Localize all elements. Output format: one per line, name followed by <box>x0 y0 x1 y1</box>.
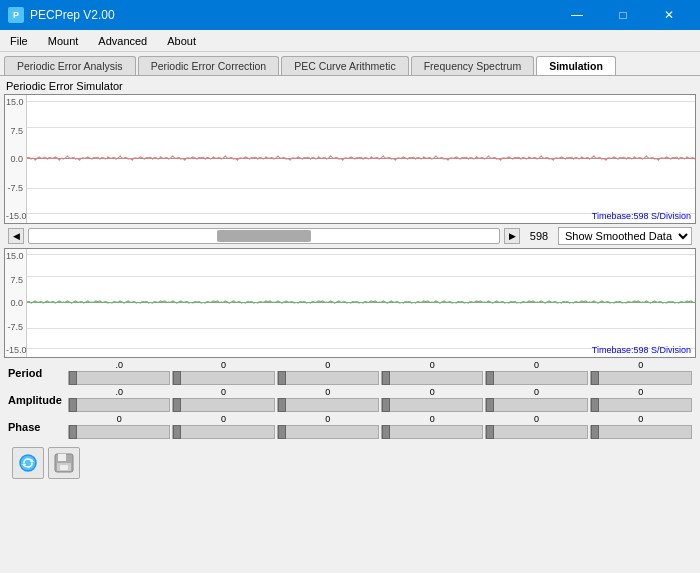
scroll-left-btn[interactable]: ◀ <box>8 228 24 244</box>
refresh-button[interactable] <box>12 447 44 479</box>
bottom-chart-plot: Timebase:598 S/Division <box>27 249 695 357</box>
save-icon <box>53 452 75 474</box>
phase-val-6: 0 <box>638 414 643 424</box>
period-input-6[interactable] <box>590 371 692 385</box>
period-val-3: 0 <box>325 360 330 370</box>
amplitude-slider-4: 0 <box>381 387 483 412</box>
amplitude-slider-2: 0 <box>172 387 274 412</box>
refresh-icon <box>17 452 39 474</box>
phase-input-5[interactable] <box>485 425 587 439</box>
phase-slider-4: 0 <box>381 414 483 439</box>
main-content: Periodic Error Simulator 15.0 7.5 0.0 -7… <box>0 76 700 567</box>
period-slider-1: .0 <box>68 360 170 385</box>
bottom-chart-y-axis: 15.0 7.5 0.0 -7.5 -15.0 <box>5 249 27 357</box>
tab-simulation[interactable]: Simulation <box>536 56 616 75</box>
period-input-2[interactable] <box>172 371 274 385</box>
period-input-3[interactable] <box>277 371 379 385</box>
bottom-timebase-label: Timebase:598 S/Division <box>592 345 691 355</box>
amplitude-input-4[interactable] <box>381 398 483 412</box>
by-label-top: 15.0 <box>6 251 25 261</box>
period-input-5[interactable] <box>485 371 587 385</box>
smooth-select[interactable]: Show Smoothed Data <box>558 227 692 245</box>
period-slider-group: .0 0 0 0 0 <box>68 360 692 385</box>
window-controls: — □ ✕ <box>554 0 692 30</box>
by-label-mid-upper: 7.5 <box>6 275 25 285</box>
phase-input-6[interactable] <box>590 425 692 439</box>
period-slider-2: 0 <box>172 360 274 385</box>
amplitude-val-3: 0 <box>325 387 330 397</box>
amplitude-slider-group: .0 0 0 0 0 <box>68 387 692 412</box>
close-button[interactable]: ✕ <box>646 0 692 30</box>
bottom-chart: 15.0 7.5 0.0 -7.5 -15.0 Timebase:598 S/D… <box>4 248 696 358</box>
svg-point-0 <box>20 455 36 471</box>
amplitude-label: Amplitude <box>8 394 68 406</box>
amplitude-input-5[interactable] <box>485 398 587 412</box>
app-icon: P <box>8 7 24 23</box>
maximize-button[interactable]: □ <box>600 0 646 30</box>
period-val-4: 0 <box>430 360 435 370</box>
amplitude-row: Amplitude .0 0 0 0 <box>8 387 692 412</box>
scroll-right-btn[interactable]: ▶ <box>504 228 520 244</box>
menu-about[interactable]: About <box>157 30 206 51</box>
action-bar <box>4 443 696 483</box>
period-slider-5: 0 <box>485 360 587 385</box>
title-text: PECPrep V2.00 <box>30 8 115 22</box>
amplitude-input-3[interactable] <box>277 398 379 412</box>
phase-slider-1: 0 <box>68 414 170 439</box>
amplitude-input-6[interactable] <box>590 398 692 412</box>
top-chart: 15.0 7.5 0.0 -7.5 -15.0 Timebase:598 S/D… <box>4 94 696 224</box>
phase-input-3[interactable] <box>277 425 379 439</box>
amplitude-val-6: 0 <box>638 387 643 397</box>
phase-input-1[interactable] <box>68 425 170 439</box>
bottom-section: Period .0 0 0 0 0 <box>4 358 696 443</box>
phase-slider-6: 0 <box>590 414 692 439</box>
menu-advanced[interactable]: Advanced <box>88 30 157 51</box>
by-label-mid-lower: -7.5 <box>6 322 25 332</box>
menu-bar: File Mount Advanced About <box>0 30 700 52</box>
period-val-6: 0 <box>638 360 643 370</box>
y-label-zero: 0.0 <box>6 154 25 164</box>
tab-periodic-error-correction[interactable]: Periodic Error Correction <box>138 56 280 75</box>
title-bar: P PECPrep V2.00 — □ ✕ <box>0 0 700 30</box>
phase-slider-3: 0 <box>277 414 379 439</box>
amplitude-val-4: 0 <box>430 387 435 397</box>
by-label-bottom: -15.0 <box>6 345 25 355</box>
scrollbar-area: ◀ ▶ 598 Show Smoothed Data <box>4 224 696 248</box>
amplitude-input-2[interactable] <box>172 398 274 412</box>
amplitude-input-1[interactable] <box>68 398 170 412</box>
top-chart-signal <box>27 95 695 223</box>
phase-input-4[interactable] <box>381 425 483 439</box>
tab-pec-curve-arithmetic[interactable]: PEC Curve Arithmetic <box>281 56 409 75</box>
smooth-dropdown: Show Smoothed Data <box>558 227 692 245</box>
period-slider-6: 0 <box>590 360 692 385</box>
period-slider-4: 0 <box>381 360 483 385</box>
chart-group-label: Periodic Error Simulator <box>4 80 696 92</box>
y-label-top: 15.0 <box>6 97 25 107</box>
tab-periodic-error-analysis[interactable]: Periodic Error Analysis <box>4 56 136 75</box>
phase-slider-5: 0 <box>485 414 587 439</box>
phase-row: Phase 0 0 0 0 0 <box>8 414 692 439</box>
amplitude-val-1: .0 <box>115 387 123 397</box>
save-button[interactable] <box>48 447 80 479</box>
phase-val-1: 0 <box>117 414 122 424</box>
top-timebase-label: Timebase:598 S/Division <box>592 211 691 221</box>
menu-mount[interactable]: Mount <box>38 30 89 51</box>
scrollbar-thumb[interactable] <box>217 230 311 242</box>
period-input-4[interactable] <box>381 371 483 385</box>
menu-file[interactable]: File <box>0 30 38 51</box>
tab-frequency-spectrum[interactable]: Frequency Spectrum <box>411 56 534 75</box>
phase-val-5: 0 <box>534 414 539 424</box>
minimize-button[interactable]: — <box>554 0 600 30</box>
period-row: Period .0 0 0 0 0 <box>8 360 692 385</box>
phase-val-3: 0 <box>325 414 330 424</box>
period-label: Period <box>8 367 68 379</box>
scrollbar-track[interactable] <box>28 228 500 244</box>
tabs-bar: Periodic Error Analysis Periodic Error C… <box>0 52 700 76</box>
phase-slider-2: 0 <box>172 414 274 439</box>
phase-val-4: 0 <box>430 414 435 424</box>
top-chart-plot: Timebase:598 S/Division <box>27 95 695 223</box>
period-input-1[interactable] <box>68 371 170 385</box>
period-slider-3: 0 <box>277 360 379 385</box>
amplitude-val-5: 0 <box>534 387 539 397</box>
phase-input-2[interactable] <box>172 425 274 439</box>
